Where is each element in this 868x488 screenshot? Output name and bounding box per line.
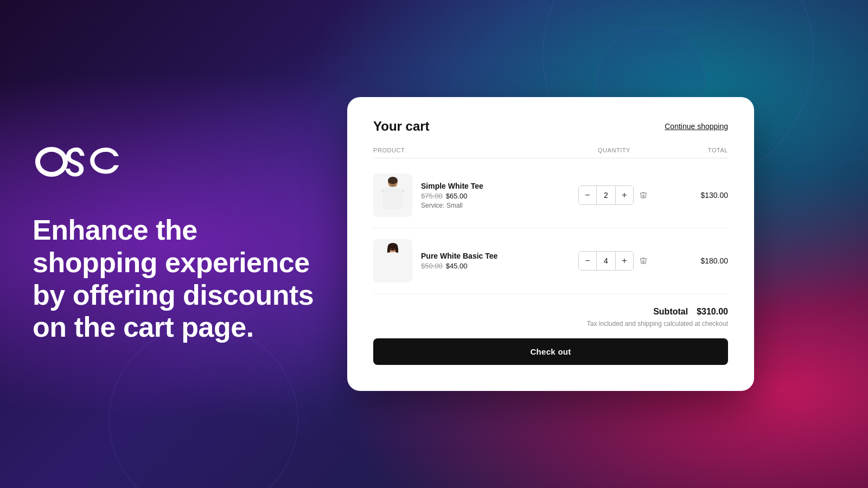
product-details-1: Simple White Tee $75.00 $65.00 Service: … [421,182,483,209]
checkout-button[interactable]: Check out [373,338,728,365]
product-info-1: Simple White Tee $75.00 $65.00 Service: … [373,174,554,217]
svg-point-2 [388,177,398,184]
price-original-1: $75.00 [421,192,443,200]
qty-value-2: 4 [596,252,616,270]
product-image-1 [373,174,412,217]
price-sale-2: $45.00 [446,262,468,270]
tax-note: Tax included and shipping calculated at … [373,320,728,328]
qty-control-1: − 2 + [554,185,674,205]
qty-control-2: − 4 + [554,251,674,271]
product-name-1: Simple White Tee [421,182,483,190]
subtotal-value: $310.00 [697,307,728,317]
cart-panel: Your cart Continue shopping PRODUCT QUAN… [347,97,754,391]
qty-decrease-1[interactable]: − [579,186,596,204]
cart-header: Your cart Continue shopping [373,119,728,134]
cart-item: Simple White Tee $75.00 $65.00 Service: … [373,163,728,228]
price-sale-1: $65.00 [446,192,468,200]
qty-value-1: 2 [596,186,616,204]
product-image-2 [373,239,412,282]
col-total-header: TOTAL [674,147,728,153]
price-original-2: $50.00 [421,262,443,270]
product-name-2: Pure White Basic Tee [421,252,497,260]
subtotal-row: Subtotal $310.00 [373,307,728,317]
cart-items: Simple White Tee $75.00 $65.00 Service: … [373,163,728,294]
cart-item-2: Pure White Basic Tee $50.00 $45.00 − 4 + [373,228,728,294]
delete-item-2[interactable] [637,254,650,267]
product-info-2: Pure White Basic Tee $50.00 $45.00 [373,239,554,282]
item-total-1: $130.00 [674,191,728,200]
subtotal-label: Subtotal [653,307,688,317]
qty-box-1: − 2 + [578,185,634,205]
svg-point-11 [391,248,392,249]
product-details-2: Pure White Basic Tee $50.00 $45.00 [421,252,497,270]
qty-increase-1[interactable]: + [616,186,633,204]
svg-point-3 [391,183,392,184]
cart-footer: Subtotal $310.00 Tax included and shippi… [373,294,728,365]
hero-headline: Enhance the shopping experience by offer… [33,214,315,344]
col-product-header: PRODUCT [373,147,554,153]
product-variant-1: Service: Small [421,202,483,209]
cart-title: Your cart [373,119,430,134]
continue-shopping-link[interactable]: Continue shopping [665,122,728,131]
svg-point-12 [394,248,395,249]
cart-table-header: PRODUCT QUANTITY TOTAL [373,147,728,158]
qty-decrease-2[interactable]: − [579,252,596,270]
svg-point-4 [394,183,395,184]
left-panel: Enhance the shopping experience by offer… [33,144,315,344]
col-quantity-header: QUANTITY [554,147,674,153]
logo [33,144,315,182]
price-row-2: $50.00 $45.00 [421,262,497,270]
qty-box-2: − 4 + [578,251,634,271]
item-total-2: $180.00 [674,256,728,265]
qty-increase-2[interactable]: + [616,252,633,270]
delete-item-1[interactable] [637,189,650,202]
svg-point-5 [390,184,396,187]
price-row-1: $75.00 $65.00 [421,192,483,200]
